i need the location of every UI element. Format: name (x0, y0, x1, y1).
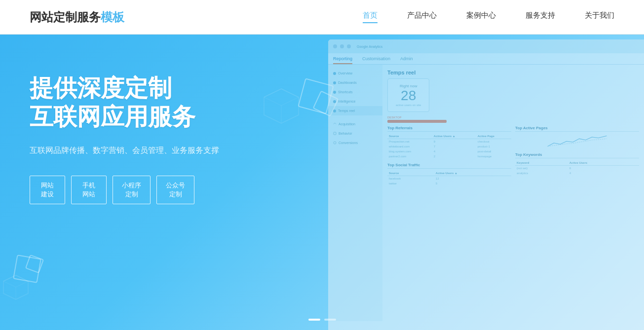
table-row: (not set)6 (515, 165, 639, 171)
header: 网站定制服务模板 首页 产品中心 案例中心 服务支持 关于我们 (0, 0, 644, 35)
dash-referrals-col-page: Active Page (476, 134, 511, 139)
cube-icon-top (262, 86, 301, 126)
dash-dot-2 (340, 44, 344, 48)
dash-desktop-label: DESKTOP (387, 116, 639, 119)
dash-content: Temps reel Right now 28 active users on … (382, 65, 644, 321)
table-row: facebook12 (387, 176, 511, 181)
logo-accent-text: 模板 (101, 10, 124, 24)
svg-marker-1 (264, 89, 299, 106)
nav-item-products[interactable]: 产品中心 (407, 11, 437, 23)
dash-referrals-title: Top Referrals (387, 126, 511, 132)
svg-point-7 (334, 142, 336, 144)
table-row: partner2.com2homepage (387, 154, 511, 159)
slide-dots (308, 319, 336, 321)
dash-sidebar-behavior[interactable]: Behavior (328, 129, 382, 138)
slide-dot-1[interactable] (308, 319, 320, 321)
dash-col-right: Top Active Pages Top Keywords (515, 126, 639, 186)
hero-heading-line2: 互联网应用服务 (30, 103, 219, 131)
dash-sidebar-overview[interactable]: Overview (328, 69, 382, 78)
dashboard-mockup: Google Analytics Reporting Customisation… (308, 35, 644, 330)
dash-tab-admin[interactable]: Admin (400, 56, 413, 64)
dash-social-col-source: Source (387, 171, 434, 176)
table-row: Prospection.net9checkout (387, 139, 511, 144)
hero-section: 提供深度定制 互联网应用服务 互联网品牌传播、数字营销、会员管理、业务服务支撑 … (0, 35, 644, 330)
dash-right-now-value: 28 (396, 88, 421, 104)
dash-col-referrals: Top Referrals Source Active Users ▲ Acti… (387, 126, 511, 186)
dash-sidebar-intelligence[interactable]: Intelligence (328, 97, 382, 106)
table-row: analytics4 (515, 171, 639, 176)
dash-keywords-col-keyword: Keyword (515, 160, 568, 166)
dash-keywords-title: Top Keywords (515, 152, 639, 158)
dash-active-pages-title: Top Active Pages (515, 126, 639, 132)
hero-text-block: 提供深度定制 互联网应用服务 互联网品牌传播、数字营销、会员管理、业务服务支撑 … (30, 74, 219, 204)
dash-dot-3 (347, 44, 351, 48)
dash-desktop-bar (387, 120, 447, 123)
nav-item-home[interactable]: 首页 (363, 11, 378, 23)
dash-social-title: Top Social Traffic (387, 163, 511, 169)
dash-referrals-table: Source Active Users ▲ Active Page Prospe… (387, 134, 511, 159)
dash-sidebar: Overview Dashboards Shortcuts Intelligen… (328, 65, 382, 321)
dash-keywords-table: Keyword Active Users (not set)6 analytic… (515, 160, 639, 176)
dash-sidebar-conversions[interactable]: Conversions (328, 138, 382, 147)
hero-btn-wechat[interactable]: 公众号定制 (156, 176, 194, 204)
dash-body: Overview Dashboards Shortcuts Intelligen… (328, 65, 644, 321)
table-row: twitter5 (387, 181, 511, 186)
dash-desktop-section: DESKTOP (387, 116, 639, 123)
dash-tabs: Reporting Customisation Admin (328, 53, 644, 65)
hero-heading-line1: 提供深度定制 (30, 74, 219, 103)
table-row: blog.system.com4post-detail (387, 149, 511, 154)
dash-keywords-col-users: Active Users (568, 160, 639, 166)
dash-content-title: Temps reel (387, 70, 639, 75)
hero-heading: 提供深度定制 互联网应用服务 (30, 74, 219, 131)
hero-btn-mobile[interactable]: 手机网站 (71, 176, 107, 204)
hero-btn-website[interactable]: 网站建设 (30, 176, 65, 204)
svg-rect-6 (334, 132, 336, 135)
dash-tab-customisation[interactable]: Customisation (362, 56, 390, 64)
dash-dot-1 (333, 44, 337, 48)
logo-main-text: 网站定制服务 (30, 10, 101, 24)
dash-header: Google Analytics (328, 39, 644, 53)
dash-sidebar-acquisition[interactable]: Acquisition (328, 119, 382, 129)
dash-sidebar-shortcuts[interactable]: Shortcuts (328, 87, 382, 97)
dash-realtime-box: Right now 28 active users on site (387, 78, 429, 112)
dash-tab-reporting[interactable]: Reporting (333, 56, 352, 64)
logo: 网站定制服务模板 (30, 9, 124, 25)
main-nav: 首页 产品中心 案例中心 服务支持 关于我们 (363, 11, 614, 23)
cube-icon-bottom (2, 274, 30, 301)
hero-subtext: 互联网品牌传播、数字营销、会员管理、业务服务支撑 (30, 146, 219, 156)
table-row: whiteboard.com7product-1 (387, 144, 511, 149)
svg-marker-4 (3, 275, 28, 287)
dash-active-users-label: active users on site (396, 104, 421, 107)
dash-social-col-users: Active Users ▲ (434, 171, 511, 176)
dash-columns: Top Referrals Source Active Users ▲ Acti… (387, 126, 639, 186)
dash-referrals-col-users: Active Users ▲ (432, 134, 476, 139)
dash-sidebar-dashboards[interactable]: Dashboards (328, 78, 382, 87)
dash-sparkline (515, 134, 639, 148)
hero-btn-miniapp[interactable]: 小程序定制 (113, 176, 151, 204)
nav-item-about[interactable]: 关于我们 (585, 11, 614, 23)
dash-social-section: Top Social Traffic Source Active Users ▲… (387, 163, 511, 186)
dash-referrals-col-source: Source (387, 134, 432, 139)
dash-sidebar-realtime[interactable]: Temps reel (328, 106, 382, 115)
nav-item-cases[interactable]: 案例中心 (466, 11, 496, 23)
slide-dot-2[interactable] (324, 319, 336, 321)
hero-buttons: 网站建设 手机网站 小程序定制 公众号定制 (30, 176, 219, 204)
nav-item-support[interactable]: 服务支持 (526, 11, 555, 23)
dash-social-table: Source Active Users ▲ facebook12 twitter… (387, 171, 511, 186)
dash-keywords-section: Top Keywords Keyword Active Users (not s… (515, 152, 639, 176)
dash-desktop-bar-row (387, 120, 639, 123)
